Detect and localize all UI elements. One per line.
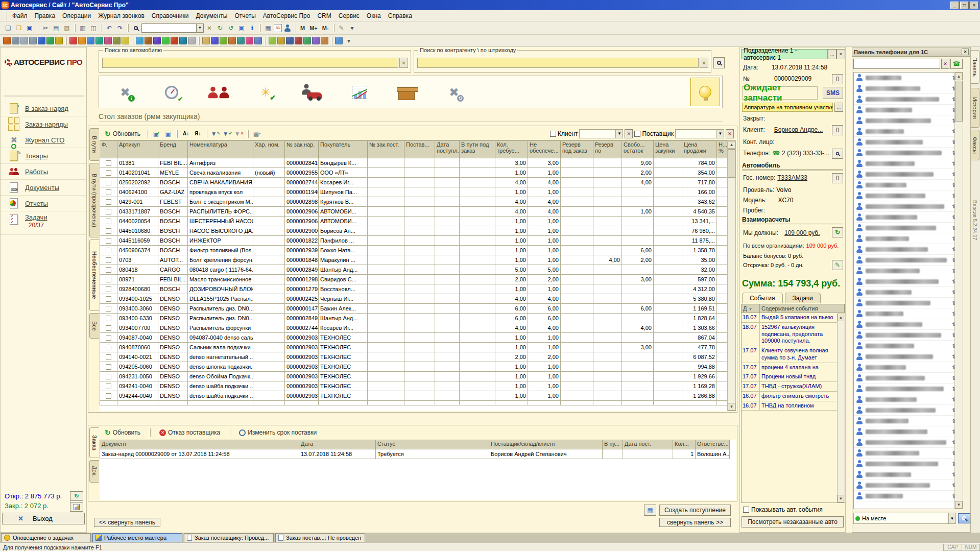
show-auto-events-checkbox[interactable] [743, 507, 749, 513]
toolbar2-icon-12[interactable] [104, 37, 112, 44]
contact-row[interactable]: ☎ [854, 233, 961, 244]
find-icon[interactable] [131, 23, 141, 33]
contact-row[interactable]: ☎ [854, 362, 961, 373]
event-row[interactable]: 18.07Выдай 5 клапанов на пьезо [742, 313, 837, 323]
contact-row[interactable]: ☎ [854, 169, 961, 180]
dock-tab-2[interactable]: История [971, 88, 979, 128]
table-row[interactable]: 08971FEBI BIL...Масло трансмисионное0000… [100, 275, 729, 284]
table-row[interactable]: 0250202092BOSCHСВЕЧА НАКАЛИВАНИЯ00000027… [100, 178, 729, 187]
row-checkbox[interactable] [106, 354, 111, 360]
column-header-14[interactable]: Резерв под заказ [561, 141, 593, 158]
toolbar2-icon-31[interactable] [286, 37, 294, 44]
scroll-up-icon[interactable]: ▲ [728, 141, 735, 149]
event-row[interactable]: 17.07ТНВД - стружка(ХЛАМ) [742, 382, 837, 392]
menu-item-8[interactable]: АвтоСервис Про [259, 11, 314, 21]
toolbar2-icon-3[interactable] [20, 37, 28, 44]
chevron-down-icon[interactable]: ▼ [196, 24, 203, 32]
row-checkbox[interactable] [106, 189, 111, 195]
sidebar-item-6[interactable]: DOCДокументы [1, 180, 86, 196]
view-unordered-cars-button[interactable]: Посмотреть незаказанные авто [742, 516, 844, 528]
sidebar-item-8[interactable]: ✔✔✔Задачи20/37 [1, 211, 86, 235]
contact-row[interactable]: ☎ [854, 308, 961, 319]
events-content-column[interactable]: Содержание события [760, 304, 845, 313]
toolbar2-icon-33[interactable] [303, 37, 311, 44]
memory-button-3[interactable]: М- [320, 24, 331, 32]
contact-row[interactable]: ☎ [854, 448, 961, 459]
toolbar2-icon-29[interactable] [269, 37, 276, 44]
edit-deferral-button[interactable]: ✎ [832, 260, 843, 270]
approve-button[interactable]: ✳✔ [254, 82, 277, 103]
sort-desc-button[interactable]: Я↓ [193, 129, 203, 139]
clear-icon[interactable]: ✕ [625, 129, 633, 138]
contact-row[interactable]: ☎ [854, 266, 961, 276]
table-row[interactable]: 0703AUTOT...Болт крепления форсун...0000… [100, 255, 729, 265]
memory-button-2[interactable]: М+ [307, 24, 320, 32]
contacts-scrollbar[interactable]: ▲ ▼ [954, 72, 963, 509]
calendar-icon[interactable]: 31 [274, 24, 282, 32]
contact-row[interactable]: ☎ [854, 319, 961, 330]
table-row[interactable]: 094231-0050DENSOdenso Обойма Подкачк...0… [100, 372, 729, 381]
scroll-up-icon[interactable]: ▲ [838, 314, 844, 321]
column-header-3[interactable]: Статус [376, 440, 489, 449]
gauge-button[interactable]: ✔ [160, 82, 183, 103]
row-checkbox[interactable] [106, 248, 111, 253]
close-button[interactable]: × [970, 2, 978, 9]
toolbar2-icon-28[interactable] [254, 37, 262, 44]
column-header-11[interactable]: В пути под заказ [460, 141, 495, 158]
column-header-12[interactable]: Кол. требуе... [495, 141, 528, 158]
row-checkbox[interactable] [106, 393, 111, 399]
info-icon[interactable]: ℹ [247, 23, 257, 33]
toolbar2-icon-25[interactable] [228, 37, 236, 44]
sidebar-item-4[interactable]: ✎Товары [1, 148, 86, 164]
events-scrollbar[interactable]: ▲ ▼ [837, 314, 845, 502]
clear-icon[interactable]: ✕ [941, 59, 949, 69]
column-header-1[interactable]: Документ [100, 440, 299, 449]
note-more-button[interactable]: ... [834, 103, 843, 112]
quick-search-combo[interactable]: ▼ [141, 23, 204, 33]
clients-button[interactable] [207, 82, 230, 103]
toolbar2-icon-35[interactable] [321, 37, 328, 44]
toolbar2-icon-14[interactable] [122, 37, 129, 44]
toolbar2-icon-2[interactable] [12, 37, 19, 44]
toolbar2-icon-16[interactable] [145, 37, 152, 44]
contact-row[interactable]: ☎ [854, 480, 961, 491]
toolbar2-icon-8[interactable] [69, 37, 77, 44]
column-header-16[interactable]: Свобо... остаток [622, 141, 654, 158]
client-filter-checkbox[interactable] [550, 131, 556, 137]
row-checkbox[interactable] [106, 345, 111, 350]
refresh-button[interactable]: ↻Обновить [102, 129, 144, 139]
table-row[interactable]: 0450906374BOSCHФильтр топливный (Bos...0… [100, 246, 729, 255]
toolbar2-icon-15[interactable] [136, 37, 144, 44]
phone-search-button[interactable] [832, 149, 843, 159]
orders-filter-tab-4[interactable]: Все [89, 313, 99, 339]
contact-row[interactable]: ☎ [854, 94, 961, 105]
column-header-10[interactable]: Дата поступл... [435, 141, 460, 158]
sales-chart-button[interactable] [348, 82, 371, 103]
toolbar2-icon-32[interactable] [295, 37, 302, 44]
contact-row[interactable]: ☎ [854, 416, 961, 426]
exit-button[interactable]: ✕ Выход [2, 513, 85, 524]
menu-item-4[interactable]: Журнал звонков [94, 11, 148, 21]
clear-icon[interactable]: ✕ [204, 23, 214, 33]
scroll-up-icon[interactable]: ▲ [955, 73, 963, 80]
contact-search-input[interactable] [853, 59, 940, 69]
row-checkbox[interactable] [106, 219, 111, 224]
taskbar-item-2[interactable]: Рабочее место мастера [92, 533, 182, 542]
filter-set-button[interactable]: ▼✎ [210, 129, 221, 139]
table-row[interactable]: 094241-0040DENSOdenso шайба подкачки ...… [100, 381, 729, 391]
menu-item-11[interactable]: Окна [363, 11, 385, 21]
supplier-filter-checkbox[interactable] [634, 131, 640, 137]
change-delivery-term-button[interactable]: Изменить срок поставки [236, 427, 320, 438]
column-header-1[interactable]: Ф. [100, 141, 117, 158]
table-row[interactable]: 0440020054BOSCHШЕСТЕРЕННЫЙ НАСОС00000029… [100, 217, 729, 226]
menu-item-10[interactable]: Сервис [335, 11, 363, 21]
row-checkbox[interactable] [106, 316, 111, 321]
chart-button[interactable] [70, 502, 83, 512]
row-checkbox[interactable] [106, 160, 111, 166]
supplier-filter-combo[interactable]: ▼ [675, 129, 724, 138]
attachment-button[interactable]: 0 [832, 74, 843, 84]
column-header-18[interactable]: Цена продажи [682, 141, 717, 158]
toolbar2-icon-1[interactable] [3, 37, 11, 44]
vertical-scrollbar[interactable]: ▲ ▼ [727, 140, 736, 411]
tab-tasks[interactable]: Задачи [785, 293, 821, 303]
